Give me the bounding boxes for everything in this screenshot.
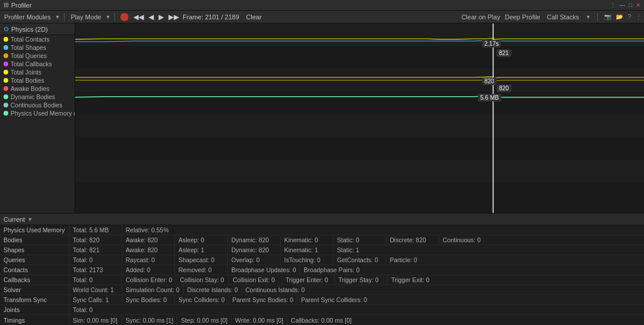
stats-cell-8-0: Total: 0: [69, 305, 122, 314]
close-icon[interactable]: ✕: [636, 2, 640, 8]
sidebar-dot-1: [4, 45, 8, 50]
sep1: [64, 13, 65, 21]
stats-label-7: Transform Sync: [0, 295, 69, 304]
maximize-icon[interactable]: □: [629, 2, 632, 8]
help-icon[interactable]: ?: [628, 13, 631, 20]
stats-label-5: Callbacks: [0, 275, 69, 285]
current-dropdown-arrow[interactable]: ▼: [28, 216, 33, 222]
stats-cell-5-3: Collision Exit: 0: [229, 275, 282, 285]
stats-cell-3-4: IsTouching: 0: [281, 255, 333, 265]
stats-label-4: Contacts: [0, 265, 69, 275]
stats-cell-9-0: Sim: 0.00 ms [0]: [69, 315, 122, 325]
next-frame-button[interactable]: ▶▶: [167, 13, 180, 21]
modules-arrow[interactable]: ▼: [55, 14, 60, 20]
bottom-panel: Current ▼ Physics Used MemoryTotal: 5.6 …: [0, 213, 644, 325]
playmode-arrow[interactable]: ▼: [105, 14, 110, 20]
stats-cell-1-5: Static: 0: [333, 235, 386, 245]
sidebar-item-5[interactable]: Total Bodies: [0, 76, 75, 84]
clear-button[interactable]: Clear: [246, 13, 261, 21]
prev-button[interactable]: ◀: [147, 13, 155, 21]
stats-cell-5-5: Trigger Stay: 0: [335, 275, 387, 285]
stats-cell-6-2: Discrete Islands: 0: [184, 285, 242, 294]
stats-cells-4: Total: 2173Added: 0Removed: 0Broadphase …: [69, 265, 644, 275]
svg-rect-3: [75, 92, 644, 114]
sidebar-dot-5: [4, 78, 8, 83]
svg-rect-1: [75, 46, 644, 69]
main-area: ⊙ Physics (2D) Total Contacts Total Shap…: [0, 23, 644, 213]
stats-cell-5-2: Collision Stay: 0: [176, 275, 229, 285]
stats-cell-6-3: Continuous Islands: 0: [242, 285, 308, 294]
stats-cells-5: Total: 0Collision Enter: 0Collision Stay…: [69, 275, 644, 285]
minimize-icon[interactable]: —: [619, 2, 625, 8]
toolbar: Profiler Modules ▼ Play Mode ▼ ◀◀ ◀ ▶ ▶▶…: [0, 11, 644, 23]
stats-cell-0-1: Relative: 0.55%: [122, 225, 175, 235]
stats-cells-7: Sync Calls: 1Sync Bodies: 0Sync Collider…: [69, 295, 644, 304]
title-bar-right[interactable]: ⋮ — □ ✕: [610, 2, 640, 8]
svg-rect-5: [75, 137, 644, 160]
chart-area[interactable]: 2.17s 821 820 820 5.6 MB: [75, 23, 644, 213]
stats-cell-3-1: Raycast: 0: [122, 255, 175, 265]
stats-cells-9: Sim: 0.00 ms [0]Sync: 0.00 ms [1]Step: 0…: [69, 315, 644, 325]
svg-rect-4: [75, 114, 644, 137]
prev-frame-button[interactable]: ◀◀: [132, 13, 145, 21]
stats-cell-1-2: Asleep: 0: [175, 235, 228, 245]
sidebar-item-2[interactable]: Total Queries: [0, 52, 75, 60]
sidebar-item-3[interactable]: Total Callbacks: [0, 60, 75, 68]
stats-cell-9-1: Sync: 0.00 ms [1]: [122, 315, 177, 325]
stats-cell-5-4: Trigger Enter: 0: [282, 275, 335, 285]
profiler-modules-button[interactable]: Profiler Modules: [2, 13, 52, 21]
title-bar-left: ⊞ Profiler: [4, 1, 32, 9]
sidebar-label-0: Total Contacts: [11, 36, 50, 43]
screenshot-icon[interactable]: 📷: [604, 13, 611, 20]
stats-cell-0-0: Total: 5.6 MB: [69, 225, 122, 235]
sidebar-dot-7: [4, 94, 8, 99]
stats-cell-3-5: GetContacts: 0: [333, 255, 386, 265]
stats-row-1: BodiesTotal: 820Awake: 820Asleep: 0Dynam…: [0, 235, 644, 245]
stats-cell-7-2: Sync Colliders: 0: [175, 295, 229, 304]
sidebar-item-6[interactable]: Awake Bodies: [0, 84, 75, 93]
deep-profile-button[interactable]: Deep Profile: [505, 13, 541, 21]
overflow-icon[interactable]: ⋮: [636, 13, 642, 20]
stats-label-2: Shapes: [0, 245, 69, 255]
stats-label-1: Bodies: [0, 235, 69, 245]
stats-cell-2-0: Total: 821: [69, 245, 122, 255]
sidebar-item-0[interactable]: Total Contacts: [0, 35, 75, 43]
call-stacks-button[interactable]: Call Stacks: [545, 13, 581, 21]
sep2: [114, 13, 115, 21]
stats-cell-6-0: World Count: 1: [69, 285, 122, 294]
stats-row-5: CallbacksTotal: 0Collision Enter: 0Colli…: [0, 275, 644, 285]
frame-label: Frame: 2101 / 2189: [183, 13, 239, 21]
play-mode-button[interactable]: Play Mode: [69, 13, 103, 21]
stats-cell-1-4: Kinematic: 0: [281, 235, 333, 245]
stats-cell-5-1: Collision Enter: 0: [122, 275, 176, 285]
sidebar-item-9[interactable]: Physics Used Memory (2D): [0, 109, 75, 117]
stats-cells-6: World Count: 1Simulation Count: 0Discret…: [69, 285, 644, 294]
sidebar-dot-9: [4, 111, 8, 116]
record-button[interactable]: [120, 13, 129, 21]
stats-cells-3: Total: 0Raycast: 0Shapecast: 0Overlap: 0…: [69, 255, 644, 265]
stats-cells-8: Total: 0: [69, 305, 644, 314]
sidebar-item-4[interactable]: Total Joints: [0, 68, 75, 76]
current-label: Current: [4, 216, 25, 223]
next-button[interactable]: ▶: [157, 13, 165, 21]
clear-on-play-button[interactable]: Clear on Play: [461, 13, 500, 21]
callstacks-arrow[interactable]: ▼: [586, 14, 591, 20]
sidebar-item-8[interactable]: Continuous Bodies: [0, 101, 75, 109]
window-title: Profiler: [11, 2, 32, 9]
sidebar-item-1[interactable]: Total Shapes: [0, 43, 75, 52]
svg-rect-6: [75, 160, 644, 182]
stats-cell-5-0: Total: 0: [69, 275, 122, 285]
load-icon[interactable]: 📂: [616, 13, 623, 20]
sidebar-label-6: Awake Bodies: [11, 85, 49, 92]
stats-cell-5-6: Trigger Exit: 0: [387, 275, 440, 285]
sidebar-dot-3: [4, 62, 8, 66]
sidebar-item-7[interactable]: Dynamic Bodies: [0, 93, 75, 101]
stats-label-8: Joints: [0, 305, 69, 314]
stats-label-3: Queries: [0, 255, 69, 265]
sidebar-dot-8: [4, 103, 8, 107]
sidebar-dot-0: [4, 37, 8, 42]
chart-svg: [75, 23, 644, 213]
stats-cell-2-4: Kinematic: 1: [281, 245, 333, 255]
menu-icon[interactable]: ⋮: [610, 2, 616, 8]
stats-cell-1-3: Dynamic: 820: [228, 235, 281, 245]
